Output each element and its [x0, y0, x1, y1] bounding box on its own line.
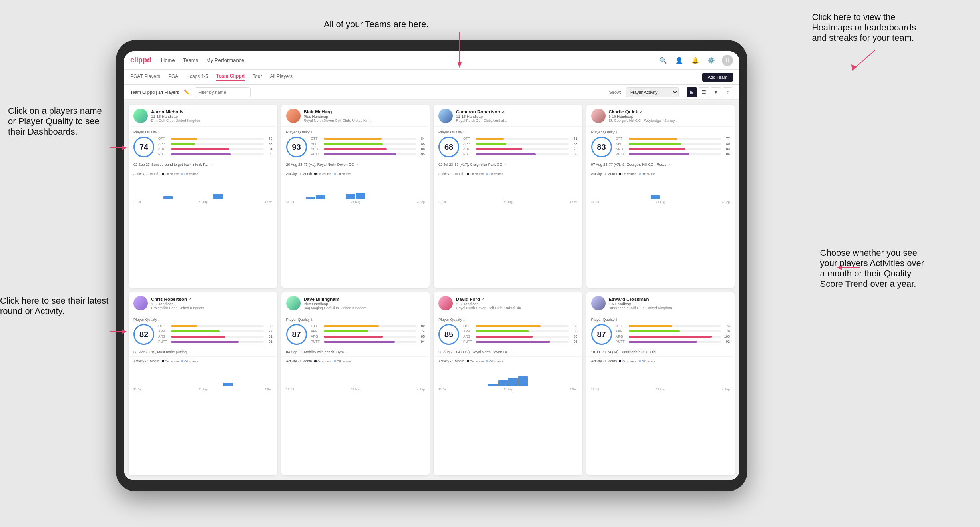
stat-bar-putt: PUTT 96: [463, 340, 578, 344]
chart-bar: [346, 194, 355, 199]
stat-bar-app: APP 80: [616, 142, 730, 146]
settings-icon[interactable]: ⚙️: [706, 55, 716, 66]
profile-icon[interactable]: 👤: [674, 55, 684, 66]
player-card[interactable]: Blair McHarg Plus Handicap Royal North D…: [281, 105, 430, 288]
player-info: Charlie Quick ✓ 6-10 Handicap St. George…: [609, 109, 730, 123]
list-view-button[interactable]: ☰: [699, 87, 709, 97]
player-name[interactable]: Charlie Quick ✓: [609, 109, 730, 114]
tab-pga[interactable]: PGA: [168, 74, 178, 81]
latest-round: 04 Sep 23 Mobility with coach, Gym →: [281, 348, 430, 356]
player-name[interactable]: Edward Crossman: [609, 297, 730, 302]
svg-marker-3: [851, 64, 857, 71]
player-handicap: 6-10 Handicap: [609, 114, 730, 119]
quality-circle[interactable]: 82: [133, 324, 154, 345]
stat-bar-putt: PUTT 94: [311, 340, 425, 344]
add-team-button[interactable]: Add Team: [702, 73, 733, 82]
nav-my-performance[interactable]: My Performance: [206, 57, 244, 63]
quality-label: Player Quality ℹ: [438, 317, 578, 322]
round-text: 26 Aug 23 84 (+12), Royal North Devon GC…: [438, 350, 578, 354]
tab-hcaps[interactable]: Hcaps 1-5: [186, 74, 208, 81]
player-name[interactable]: Dave Billingham: [304, 297, 425, 302]
quality-score: 93: [292, 143, 301, 152]
player-name[interactable]: Cameron Robertson ✓: [456, 109, 578, 114]
player-name[interactable]: Blair McHarg: [304, 109, 425, 114]
bell-icon[interactable]: 🔔: [690, 55, 700, 66]
chart-dates: 31 Jul 21 Aug 4 Sep: [286, 200, 425, 204]
player-avatar: [286, 296, 301, 310]
quality-circle[interactable]: 87: [591, 324, 612, 345]
quality-circle[interactable]: 83: [591, 137, 612, 157]
grid-view-button[interactable]: ⊞: [687, 87, 697, 97]
quality-label: Player Quality ℹ: [438, 130, 578, 134]
nav-home[interactable]: Home: [161, 57, 175, 63]
player-club: Royal Perth Golf Club, Australia: [456, 119, 578, 123]
chart-bar: [223, 383, 233, 386]
player-name[interactable]: Aaron Nicholls: [151, 109, 273, 114]
off-course-legend: Off course: [639, 172, 655, 176]
quality-circle[interactable]: 93: [286, 137, 307, 157]
latest-round: 26 Aug 23 84 (+12), Royal North Devon GC…: [434, 348, 582, 356]
quality-circle[interactable]: 68: [438, 137, 459, 157]
quality-label: Player Quality ℹ: [133, 317, 273, 322]
annotation-teams: All of your Teams are here.: [324, 19, 429, 30]
stat-bar-app: APP 85: [311, 142, 425, 146]
player-name[interactable]: Chris Robertson ✓: [151, 297, 273, 302]
player-card[interactable]: Chris Robertson ✓ 1-5 Handicap Craigmill…: [129, 292, 277, 475]
tab-tour[interactable]: Tour: [253, 74, 262, 81]
filter-button[interactable]: ▼: [711, 87, 721, 97]
stat-bar-app: APP 77: [158, 329, 273, 333]
quality-circle[interactable]: 85: [438, 324, 459, 345]
tab-team-clippd[interactable]: Team Clippd: [216, 73, 245, 81]
player-card[interactable]: Aaron Nicholls 11-15 Handicap Drift Golf…: [129, 105, 277, 288]
nav-logo: clippd: [130, 56, 151, 64]
quality-score: 85: [444, 330, 453, 339]
activity-header: Activity · 1 Month On course Off course: [133, 359, 273, 363]
off-course-legend: Off course: [334, 360, 351, 363]
off-course-legend: Off course: [334, 172, 351, 176]
chart-bar: [306, 197, 315, 199]
edit-icon[interactable]: ✏️: [184, 89, 190, 95]
round-text: 07 Aug 23 77 (+7), St George's Hill GC -…: [591, 163, 730, 167]
user-avatar[interactable]: U: [722, 55, 733, 66]
player-card[interactable]: David Ford ✓ 1-5 Handicap Royal North De…: [434, 292, 582, 475]
view-icons: ⊞ ☰ ▼ ↕: [687, 87, 733, 97]
tab-all-players[interactable]: All Players: [270, 74, 293, 81]
quality-circle[interactable]: 74: [133, 137, 154, 157]
chart-bar: [651, 195, 660, 199]
stat-bar-app: APP 79: [616, 329, 730, 333]
chart-area: [591, 365, 730, 387]
quality-score: 82: [139, 330, 148, 339]
player-name[interactable]: David Ford ✓: [456, 297, 578, 302]
search-icon[interactable]: 🔍: [658, 55, 668, 66]
quality-circle[interactable]: 87: [286, 324, 307, 345]
card-header: Charlie Quick ✓ 6-10 Handicap St. George…: [586, 105, 735, 127]
chart-area: [438, 365, 578, 387]
player-handicap: 1-5 Handicap: [609, 302, 730, 306]
chart-bar: [316, 195, 325, 199]
off-course-legend: Off course: [639, 360, 655, 363]
quality-bars: OTT 61 APP 63 ARG 75 PUTT: [463, 137, 578, 157]
stat-bar-arg: ARG 85: [311, 334, 425, 338]
sort-button[interactable]: ↕: [723, 87, 733, 97]
on-course-legend: On course: [162, 360, 179, 363]
quality-bars: OTT 60 APP 58 ARG 84 PUTT: [158, 137, 273, 157]
activity-section: Activity · 1 Month On course Off course …: [586, 356, 735, 394]
on-course-legend: On course: [619, 360, 636, 363]
quality-score: 83: [597, 143, 606, 152]
team-count-label: Team Clippd | 14 Players: [130, 90, 179, 95]
player-handicap: 11-15 Handicap: [456, 114, 578, 119]
quality-bars: OTT 73 APP 79 ARG 103 PUTT: [616, 324, 730, 345]
player-card[interactable]: Dave Billingham Plus Handicap Sög Maging…: [281, 292, 430, 475]
stat-bar-ott: OTT 60: [158, 137, 273, 141]
quality-bars: OTT 84 APP 85 ARG 88 PUTT: [311, 137, 425, 157]
player-club: Drift Golf Club, United Kingdom: [151, 119, 273, 123]
player-card[interactable]: Charlie Quick ✓ 6-10 Handicap St. George…: [586, 105, 735, 288]
nav-teams[interactable]: Teams: [183, 57, 198, 63]
player-card[interactable]: Edward Crossman 1-5 Handicap Sunningdale…: [586, 292, 735, 475]
player-info: Blair McHarg Plus Handicap Royal North D…: [304, 109, 425, 123]
show-select[interactable]: Player Activity Quality Score Trend: [626, 87, 679, 97]
stat-bar-app: APP 58: [158, 142, 273, 146]
player-card[interactable]: Cameron Robertson ✓ 11-15 Handicap Royal…: [434, 105, 582, 288]
tab-pgat-players[interactable]: PGAT Players: [130, 74, 160, 81]
filter-input[interactable]: [195, 87, 251, 97]
